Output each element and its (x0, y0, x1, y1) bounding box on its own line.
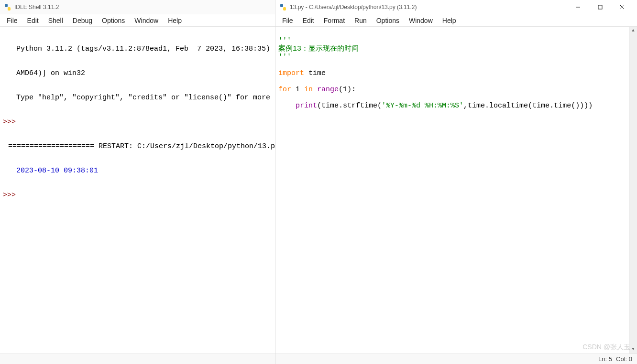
svg-rect-1 (598, 5, 602, 9)
shell-content[interactable]: Python 3.11.2 (tags/v3.11.2:878ead1, Feb… (0, 27, 275, 353)
close-button[interactable] (611, 0, 633, 14)
editor-menu-format[interactable]: Format (319, 15, 350, 26)
editor-menubar: File Edit Format Run Options Window Help (275, 14, 637, 27)
editor-menu-run[interactable]: Run (350, 15, 372, 26)
editor-vertical-scrollbar[interactable]: ▲ ▼ (629, 27, 637, 353)
shell-title: IDLE Shell 3.11.2 (14, 4, 271, 11)
shell-restart-line: ==================== RESTART: C:/Users/z… (8, 142, 275, 150)
code-docstring-open: ''' (278, 37, 291, 45)
code-range-fn: range (313, 86, 339, 94)
code-fmt-str: '%Y-%m-%d %H:%M:%S' (382, 102, 463, 110)
editor-menu-file[interactable]: File (277, 15, 298, 26)
code-for-var: i (291, 86, 304, 94)
status-col: Col: 0 (616, 355, 632, 363)
shell-menubar: File Edit Shell Debug Options Window Hel… (0, 14, 275, 27)
editor-menu-options[interactable]: Options (372, 15, 404, 26)
editor-titlebar[interactable]: 13.py - C:/Users/zjl/Desktop/python/13.p… (275, 0, 637, 14)
maximize-button[interactable] (589, 0, 611, 14)
shell-menu-edit[interactable]: Edit (22, 15, 44, 26)
shell-menu-shell[interactable]: Shell (44, 15, 68, 26)
code-indent (278, 102, 296, 110)
python-icon (279, 3, 287, 11)
code-docstring-close: ''' (278, 53, 291, 61)
shell-menu-file[interactable]: File (2, 15, 22, 26)
status-line: Ln: 5 (598, 355, 612, 363)
python-icon (4, 3, 11, 11)
shell-menu-window[interactable]: Window (130, 15, 163, 26)
shell-titlebar[interactable]: IDLE Shell 3.11.2 (0, 0, 275, 14)
code-import-kw: import (278, 69, 304, 77)
editor-menu-window[interactable]: Window (404, 15, 438, 26)
editor-statusbar: Ln: 5 Col: 0 (275, 353, 637, 364)
scroll-down-icon[interactable]: ▼ (629, 345, 637, 353)
minimize-button[interactable] (567, 0, 589, 14)
code-import-mod: time (304, 69, 326, 77)
code-for-kw: for (278, 86, 291, 94)
shell-menu-debug[interactable]: Debug (68, 15, 97, 26)
shell-prompt-2: >>> (0, 191, 16, 199)
shell-menu-options[interactable]: Options (97, 15, 130, 26)
code-open-paren: (time.strftime( (317, 102, 382, 110)
shell-line-2: AMD64)] on win32 (16, 69, 275, 77)
editor-menu-help[interactable]: Help (438, 15, 461, 26)
code-range-arg: (1): (339, 86, 356, 94)
code-rest: ,time.localtime(time.time()))) (463, 102, 593, 110)
scroll-up-icon[interactable]: ▲ (629, 27, 637, 35)
editor-menu-edit[interactable]: Edit (298, 15, 319, 26)
shell-line-1: Python 3.11.2 (tags/v3.11.2:878ead1, Feb… (16, 45, 275, 53)
editor-content[interactable]: ''' 案例13：显示现在的时间 ''' import time for i i… (275, 27, 637, 353)
code-docstring-text: 案例13：显示现在的时间 (278, 45, 359, 53)
shell-output: 2023-08-10 09:38:01 (16, 167, 275, 175)
code-print-fn: print (296, 102, 317, 110)
shell-line-3: Type "help", "copyright", "credits" or "… (16, 94, 275, 102)
shell-prompt-1: >>> (0, 118, 16, 126)
code-in-kw: in (304, 86, 313, 94)
editor-window: 13.py - C:/Users/zjl/Desktop/python/13.p… (275, 0, 637, 364)
idle-shell-window: IDLE Shell 3.11.2 File Edit Shell Debug … (0, 0, 275, 364)
shell-menu-help[interactable]: Help (163, 15, 187, 26)
shell-statusbar (0, 353, 275, 364)
editor-title: 13.py - C:/Users/zjl/Desktop/python/13.p… (290, 4, 567, 11)
